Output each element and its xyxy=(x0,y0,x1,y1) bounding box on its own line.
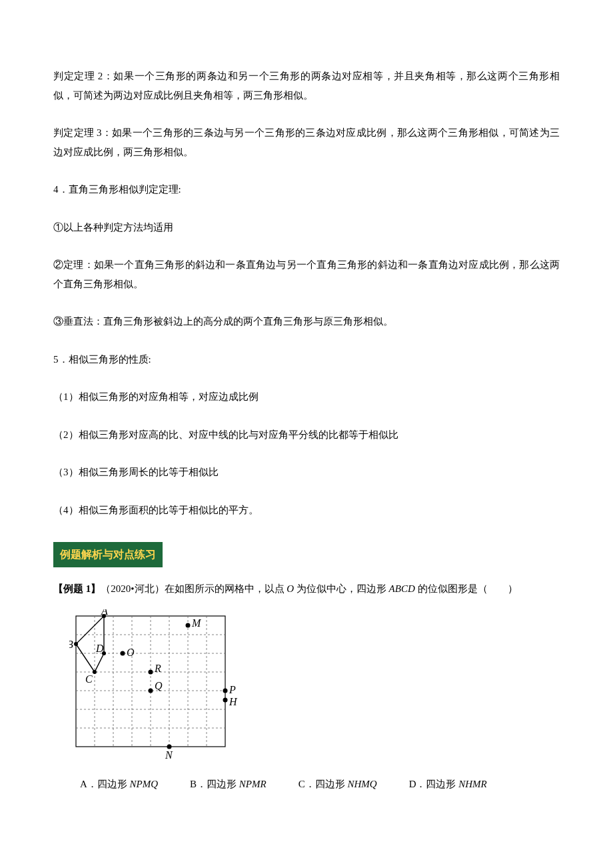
example-1-stem: 【例题 1】（2020•河北）在如图所示的网格中，以点 O 为位似中心，四边形 … xyxy=(53,579,560,599)
svg-point-20 xyxy=(186,623,191,627)
example-text-mid: 为位似中心，四边形 xyxy=(294,583,389,594)
figure-label-p: P xyxy=(229,684,236,695)
figure-label-a: A xyxy=(101,609,108,617)
figure-label-d: D xyxy=(95,643,104,654)
paragraph-theorem-2: 判定定理 2：如果一个三角形的两条边和另一个三角形的两条边对应相等，并且夹角相等… xyxy=(53,67,560,105)
figure-label-q: Q xyxy=(155,680,163,691)
paragraph-property-1: （1）相似三角形的对应角相等，对应边成比例 xyxy=(53,387,560,407)
svg-point-25 xyxy=(167,744,172,749)
svg-point-16 xyxy=(74,642,78,646)
figure-label-h: H xyxy=(229,696,238,707)
example-quad-abcd: ABCD xyxy=(389,583,415,594)
paragraph-property-3: （3）相似三角形周长的比等于相似比 xyxy=(53,463,560,482)
example-source: （2020•河北） xyxy=(101,583,164,594)
svg-point-17 xyxy=(93,670,97,674)
option-d: D．四边形 NHMR xyxy=(409,775,487,794)
grid-figure: A B C D O M R Q P H N xyxy=(69,609,560,763)
svg-point-23 xyxy=(223,688,228,693)
figure-label-n: N xyxy=(165,749,173,761)
example-point-o: O xyxy=(287,583,294,594)
paragraph-property-2: （2）相似三角形对应高的比、对应中线的比与对应角平分线的比都等于相似比 xyxy=(53,425,560,445)
figure-label-b: B xyxy=(69,639,73,650)
svg-point-19 xyxy=(121,651,125,655)
figure-label-o: O xyxy=(127,647,135,658)
paragraph-properties-heading: 5．相似三角形的性质: xyxy=(53,350,560,369)
paragraph-method-3: ③垂直法：直角三角形被斜边上的高分成的两个直角三角形与原三角形相似。 xyxy=(53,312,560,331)
figure-label-c: C xyxy=(85,673,93,685)
option-b: B．四边形 NPMR xyxy=(190,775,267,794)
document-page: 判定定理 2：如果一个三角形的两条边和另一个三角形的两条边对应相等，并且夹角相等… xyxy=(0,0,613,847)
svg-point-22 xyxy=(149,688,153,693)
svg-point-24 xyxy=(223,697,228,702)
example-text-before: 在如图所示的网格中，以点 xyxy=(165,583,287,594)
example-text-after: 的位似图形是（ ） xyxy=(415,583,518,594)
answer-options: A．四边形 NPMQ B．四边形 NPMR C．四边形 NHMQ D．四边形 N… xyxy=(80,775,560,794)
paragraph-method-1: ①以上各种判定方法均适用 xyxy=(53,218,560,237)
example-label: 【例题 1】 xyxy=(53,583,101,594)
option-a: A．四边形 NPMQ xyxy=(80,775,158,794)
paragraph-theorem-3: 判定定理 3：如果一个三角形的三条边与另一个三角形的三条边对应成比例，那么这两个… xyxy=(53,123,560,161)
paragraph-right-triangle-heading: 4．直角三角形相似判定定理: xyxy=(53,180,560,199)
option-c: C．四边形 NHMQ xyxy=(299,775,377,794)
figure-label-r: R xyxy=(154,663,161,674)
paragraph-property-4: （4）相似三角形面积的比等于相似比的平方。 xyxy=(53,501,560,520)
figure-label-m: M xyxy=(191,617,202,629)
svg-point-21 xyxy=(149,669,153,674)
grid-svg: A B C D O M R Q P H N xyxy=(69,609,256,763)
section-banner: 例题解析与对点练习 xyxy=(53,542,163,567)
paragraph-method-2: ②定理：如果一个直角三角形的斜边和一条直角边与另一个直角三角形的斜边和一条直角边… xyxy=(53,255,560,293)
